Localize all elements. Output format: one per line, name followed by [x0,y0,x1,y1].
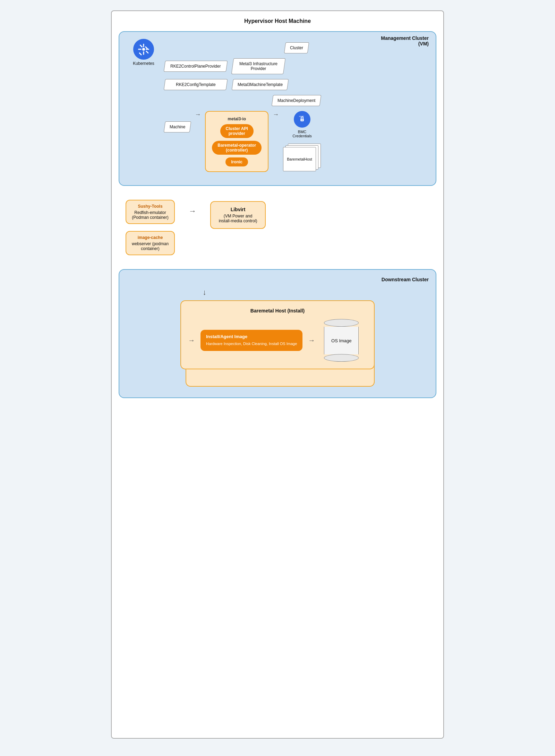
sushy-libvirt-arrow: → [189,200,196,216]
bmc-label: BMC Credentials [292,130,312,138]
svg-rect-4 [138,49,142,50]
os-image-cylinder: OS Image [321,319,362,362]
metal3-box: metal3-io Cluster API provider Baremetal… [205,111,268,172]
install-agent-title: Install/Agent Image [206,334,297,339]
image-cache-title: image-cache [132,235,169,240]
svg-point-1 [142,48,145,51]
metal3-machine: Metal3MachineTemplate [232,79,289,90]
left-tools: Sushy-Tools Redfish-emulator (Podman con… [126,200,175,255]
sushy-subtitle: Redfish-emulator (Podman container) [132,210,169,220]
bmc-icon: secret [294,111,310,128]
image-cache-subtitle: webserver (podman container) [132,241,169,251]
libvirt-subtitle: (VM Power and install-media control) [218,214,258,223]
install-agent-subtitle: Hardware Inspection, Disk Cleaning, Inst… [206,341,297,346]
baremetal-operator-pill: Baremetal-operator (controller) [212,141,262,155]
page-title: Hypervisor Host Machine [119,18,436,24]
ironic-pill: Ironic [225,157,248,166]
to-agent-arrow: → [188,336,195,344]
svg-rect-2 [143,44,144,47]
sushy-tools: Sushy-Tools Redfish-emulator (Podman con… [126,200,175,224]
baremetal-stack: Baremetal Host (Install) → Install/Agent… [180,300,375,390]
baremetal-inner: → Install/Agent Image Hardware Inspectio… [188,319,367,362]
cluster-resource: Cluster [284,42,309,53]
libvirt: Libvirt (VM Power and install-media cont… [210,201,266,229]
svg-text:secret: secret [299,115,304,117]
sushy-title: Sushy-Tools [132,204,169,209]
install-agent-box: Install/Agent Image Hardware Inspection,… [200,330,302,351]
bmc-credentials: secret BMC Credentials [292,111,312,138]
baremetal-host-title: Baremetal Host (Install) [188,308,367,313]
os-image-label: OS Image [324,327,359,354]
main-diagram: Hypervisor Host Machine Management Clust… [111,10,444,739]
metal3-infra: Metal3 Infrastructure Provider [231,58,285,74]
middle-section: Sushy-Tools Redfish-emulator (Podman con… [119,200,436,255]
rke2-config: RKE2ConfigTemplate [164,79,228,90]
machine-resource: Machine [164,121,191,132]
kubernetes-logo: Kubernetes [130,39,157,66]
kubernetes-label: Kubernetes [133,61,154,66]
mgmt-cluster-title: Management Cluster (VM) [381,35,429,46]
machine-deployment: MachineDeployment [272,95,322,106]
k8s-resources: Cluster RKE2ControlPlaneProvider Metal3 … [164,39,429,175]
into-downstream-arrow: ↓ [126,288,429,297]
cluster-api-pill: Cluster API provider [220,124,254,138]
kubernetes-icon [133,39,154,60]
baremetal-host-card: Baremetal Host (Install) → Install/Agent… [180,300,375,369]
rke2-controlplane: RKE2ControlPlaneProvider [164,61,228,72]
downstream-title: Downstream Cluster [126,277,429,282]
svg-rect-3 [143,51,144,55]
downstream-cluster: Downstream Cluster ↓ Baremetal Host (Ins… [119,269,436,398]
mgmt-cluster: Management Cluster (VM) [119,31,436,186]
image-cache: image-cache webserver (podman container) [126,231,175,255]
svg-point-12 [302,120,303,121]
metal3-to-bh-arrow: → [273,111,279,118]
baremetal-host-pages: BaremetalHost [283,147,316,171]
machine-to-metal3-arrow: → [195,111,201,118]
to-osimage-arrow: → [308,336,315,344]
metal3-label: metal3-io [228,117,246,121]
libvirt-title: Libvirt [218,207,258,212]
